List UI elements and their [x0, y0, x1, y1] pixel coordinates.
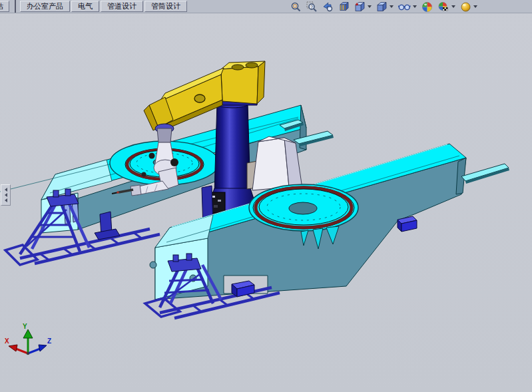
zoom-to-area-icon[interactable]: ? [306, 1, 318, 13]
svg-text:?: ? [310, 4, 313, 9]
tab-office-products[interactable]: 办公室产品 [20, 1, 70, 12]
collapse-left-icon [5, 193, 7, 197]
edit-appearance-icon[interactable] [421, 1, 433, 13]
section-view-icon[interactable] [338, 1, 350, 13]
display-style-dropdown[interactable] [390, 5, 394, 8]
collapse-left-icon [5, 198, 7, 202]
command-manager-tabs: 估 办公室产品 电气 管道设计 管筒设计 [0, 0, 187, 13]
view-settings-dropdown[interactable] [473, 5, 477, 8]
display-style-icon[interactable] [376, 1, 394, 13]
tab-separator [15, 0, 16, 13]
panel-splitter-button[interactable] [1, 184, 11, 206]
tab-tubing-design[interactable]: 管筒设计 [144, 1, 187, 12]
tab-partial[interactable]: 估 [0, 1, 9, 12]
view-orientation-icon[interactable] [354, 1, 372, 13]
hide-show-items-dropdown[interactable] [413, 5, 417, 8]
hide-show-items-icon[interactable] [398, 1, 417, 13]
tab-electrical[interactable]: 电气 [71, 1, 99, 12]
view-settings-icon[interactable] [460, 1, 477, 13]
3d-viewport[interactable]: Y X Z [0, 0, 532, 392]
view-orientation-dropdown[interactable] [368, 5, 372, 8]
triad-x-label: X [5, 337, 9, 345]
collapse-left-icon [5, 188, 7, 192]
triad-y-label: Y [23, 323, 27, 330]
heads-up-view-toolbar: ? [290, 1, 477, 13]
apply-scene-icon[interactable] [437, 1, 455, 13]
tab-piping-design[interactable]: 管道设计 [101, 1, 143, 12]
apply-scene-dropdown[interactable] [451, 5, 455, 8]
triad-z-label: Z [47, 337, 51, 345]
previous-view-icon[interactable] [322, 1, 334, 13]
zoom-to-fit-icon[interactable] [290, 1, 302, 13]
application-window: Y X Z 估 办公室产品 电气 管道设计 管筒设计 ? [0, 0, 532, 392]
front-rotary-ring[interactable] [253, 186, 354, 229]
